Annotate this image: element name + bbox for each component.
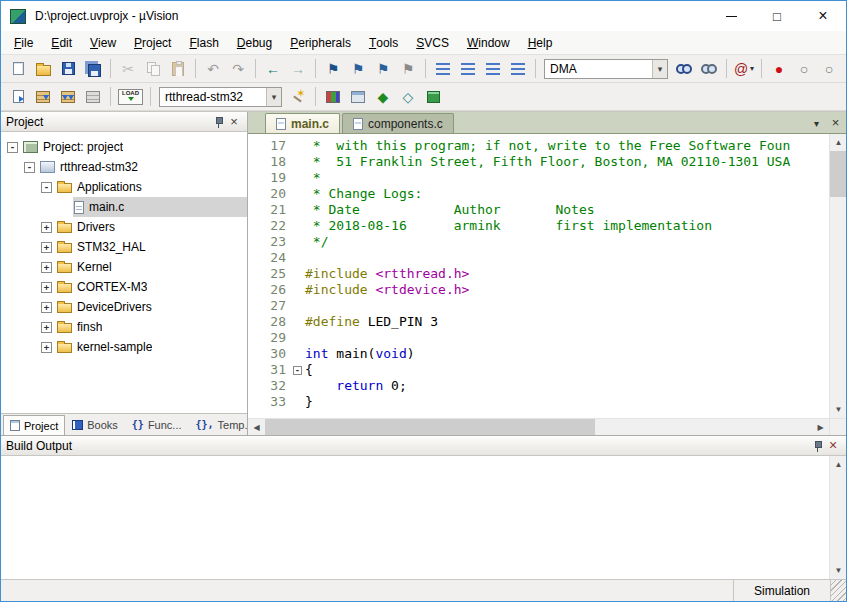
save-button[interactable]: [56, 57, 80, 80]
expand-icon[interactable]: +: [41, 262, 52, 273]
rebuild-all-button[interactable]: [56, 85, 80, 108]
uncomment-selection-button[interactable]: [506, 57, 530, 80]
code-line[interactable]: 24: [248, 250, 829, 266]
scroll-down-arrow[interactable]: [830, 401, 847, 418]
download-button[interactable]: LOAD: [116, 85, 145, 108]
menu-svcs[interactable]: SVCS: [407, 31, 458, 54]
tree-item-body[interactable]: Project: project: [22, 137, 247, 157]
pin-panel-button[interactable]: [210, 114, 226, 130]
tree-item-body[interactable]: Kernel: [56, 257, 247, 277]
find-in-files-button[interactable]: [672, 57, 696, 80]
document-tab-components-c[interactable]: components.c: [342, 113, 454, 133]
tree-item-kernel[interactable]: +Kernel: [1, 257, 247, 277]
comment-selection-button[interactable]: [481, 57, 505, 80]
editor-vertical-scrollbar[interactable]: [829, 134, 846, 418]
scroll-left-arrow[interactable]: [248, 419, 265, 436]
expand-icon[interactable]: +: [41, 322, 52, 333]
minimize-button[interactable]: [708, 1, 754, 31]
undo-button[interactable]: ↶: [201, 57, 225, 80]
panel-tab-project[interactable]: Project: [3, 415, 65, 435]
code-line[interactable]: 18 * 51 Franklin Street, Fifth Floor, Bo…: [248, 154, 829, 170]
code-line[interactable]: 33}: [248, 394, 829, 410]
options-for-target-button[interactable]: [286, 85, 310, 108]
code-line[interactable]: 32 return 0;: [248, 378, 829, 394]
tab-list-button[interactable]: [809, 115, 824, 130]
save-all-button[interactable]: [81, 57, 105, 80]
scroll-down-arrow[interactable]: [830, 562, 847, 579]
select-software-packs-button[interactable]: ◇: [396, 85, 420, 108]
menu-project[interactable]: Project: [125, 31, 180, 54]
pin-panel-button[interactable]: [809, 438, 825, 454]
code-line[interactable]: 25#include <rtthread.h>: [248, 266, 829, 282]
tree-item-rtthread-stm32[interactable]: -rtthread-stm32: [1, 157, 247, 177]
file-extensions-button[interactable]: [321, 85, 345, 108]
tree-item-body[interactable]: rtthread-stm32: [39, 157, 247, 177]
expand-icon[interactable]: +: [41, 342, 52, 353]
scrollbar-thumb[interactable]: [265, 419, 595, 435]
bookmark-clear-all-button[interactable]: ⚑: [396, 57, 420, 80]
tree-item-body[interactable]: Applications: [56, 177, 247, 197]
tree-item-body[interactable]: kernel-sample: [56, 337, 247, 357]
tree-item-body[interactable]: DeviceDrivers: [56, 297, 247, 317]
menu-window[interactable]: Window: [458, 31, 519, 54]
code-line[interactable]: 26#include <rtdevice.h>: [248, 282, 829, 298]
breakpoint-insert-button[interactable]: ●: [767, 57, 791, 80]
tree-item-main-c[interactable]: main.c: [1, 197, 247, 217]
indent-button[interactable]: [456, 57, 480, 80]
scrollbar-thumb[interactable]: [830, 151, 846, 197]
close-button[interactable]: [800, 1, 846, 31]
document-tab-main-c[interactable]: main.c: [265, 113, 340, 133]
output-vertical-scrollbar[interactable]: [829, 456, 846, 579]
dropdown-arrow-icon[interactable]: [652, 60, 667, 78]
breakpoint-disable-button[interactable]: ○: [792, 57, 816, 80]
cut-button[interactable]: ✂: [116, 57, 140, 80]
code-line[interactable]: 28#define LED_PIN 3: [248, 314, 829, 330]
dropdown-arrow-icon[interactable]: ▾: [750, 64, 754, 73]
bookmark-previous-button[interactable]: ⚑: [346, 57, 370, 80]
bookmark-next-button[interactable]: ⚑: [371, 57, 395, 80]
close-panel-button[interactable]: [825, 438, 841, 454]
tree-item-body[interactable]: Drivers: [56, 217, 247, 237]
expand-icon[interactable]: +: [41, 222, 52, 233]
breakpoint-kill-all-button[interactable]: ○: [817, 57, 841, 80]
tree-item-applications[interactable]: -Applications: [1, 177, 247, 197]
code-line[interactable]: 22 * 2018-08-16 armink first implementat…: [248, 218, 829, 234]
expand-icon[interactable]: +: [41, 302, 52, 313]
collapse-icon[interactable]: -: [24, 162, 35, 173]
tree-item-project-project[interactable]: -Project: project: [1, 137, 247, 157]
menu-flash[interactable]: Flash: [180, 31, 227, 54]
batch-build-button[interactable]: [81, 85, 105, 108]
menu-peripherals[interactable]: Peripherals: [281, 31, 360, 54]
tree-item-drivers[interactable]: +Drivers: [1, 217, 247, 237]
tree-item-body[interactable]: main.c: [73, 197, 247, 217]
maximize-button[interactable]: [754, 1, 800, 31]
tree-item-body[interactable]: finsh: [56, 317, 247, 337]
code-line[interactable]: 20 * Change Logs:: [248, 186, 829, 202]
code-line[interactable]: 27: [248, 298, 829, 314]
menu-file[interactable]: File: [5, 31, 42, 54]
scroll-up-arrow[interactable]: [830, 134, 847, 151]
code-line[interactable]: 19 *: [248, 170, 829, 186]
menu-edit[interactable]: Edit: [42, 31, 81, 54]
tree-item-finsh[interactable]: +finsh: [1, 317, 247, 337]
scroll-right-arrow[interactable]: [812, 419, 829, 436]
navigate-forward-button[interactable]: →: [286, 57, 310, 80]
new-file-button[interactable]: [6, 57, 30, 80]
copy-button[interactable]: [141, 57, 165, 80]
code-line[interactable]: 29: [248, 330, 829, 346]
tree-item-cortex-m3[interactable]: +CORTEX-M3: [1, 277, 247, 297]
expand-icon[interactable]: +: [41, 242, 52, 253]
tree-item-body[interactable]: CORTEX-M3: [56, 277, 247, 297]
scrollbar-track[interactable]: [595, 419, 812, 435]
navigate-back-button[interactable]: ←: [261, 57, 285, 80]
tree-item-stm32-hal[interactable]: +STM32_HAL: [1, 237, 247, 257]
find-text-combo[interactable]: DMA: [544, 59, 668, 79]
code-line[interactable]: 17 * with this program; if not, write to…: [248, 138, 829, 154]
tree-item-devicedrivers[interactable]: +DeviceDrivers: [1, 297, 247, 317]
code-lines[interactable]: 17 * with this program; if not, write to…: [248, 134, 829, 418]
manage-runtime-environment-button[interactable]: ◆: [371, 85, 395, 108]
close-panel-button[interactable]: [226, 114, 242, 130]
editor-horizontal-scrollbar[interactable]: [248, 418, 846, 435]
manage-multiproject-button[interactable]: [346, 85, 370, 108]
scroll-up-arrow[interactable]: [830, 456, 847, 473]
